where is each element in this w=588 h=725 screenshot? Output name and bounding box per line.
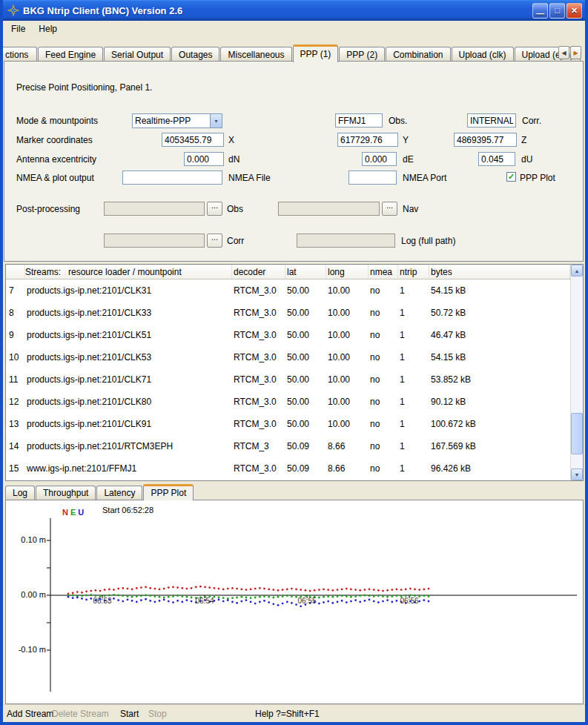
plot-start-time: Start 06:52:28 xyxy=(102,506,153,514)
nmea-output-label: NMEA & plot output xyxy=(16,173,94,183)
stop-button[interactable]: Stop xyxy=(148,709,167,719)
row-lat: 50.09 xyxy=(285,441,326,451)
menu-item[interactable]: File xyxy=(4,21,32,36)
add-stream-button[interactable]: Add Stream xyxy=(7,709,53,719)
tab[interactable]: Upload (clk) xyxy=(452,47,514,62)
row-long: 10.00 xyxy=(326,285,369,296)
titlebar: BKG Ntrip Client (BNC) Version 2.6 — □ ✕ xyxy=(3,0,585,21)
row-bytes: 167.569 kB xyxy=(429,441,570,451)
nmea-file-field[interactable] xyxy=(122,171,222,185)
scroll-down-button[interactable]: ▼ xyxy=(571,469,583,480)
row-bytes: 46.47 kB xyxy=(429,330,570,340)
dn-field[interactable] xyxy=(184,152,224,166)
table-scrollbar[interactable]: ▲ ▼ xyxy=(570,265,583,480)
minimize-button[interactable]: — xyxy=(532,3,548,19)
browse-nav-button[interactable]: ... xyxy=(382,202,397,216)
table-header: Streams: resource loader / mountpoint de… xyxy=(6,265,570,279)
marker-y-label: Y xyxy=(403,135,409,145)
tab[interactable]: Combination xyxy=(386,47,450,62)
statusbar: Add Stream Delete Stream Start Stop Help… xyxy=(3,704,585,722)
col-decoder: decoder xyxy=(232,265,285,279)
de-label: dE xyxy=(403,154,414,165)
col-streams: Streams: resource loader / mountpoint xyxy=(25,265,232,279)
ppp-plot-svg xyxy=(6,500,583,704)
postproc-log-label: Log (full path) xyxy=(401,236,455,246)
row-decoder: RTCM_3.0 xyxy=(232,308,285,318)
chevron-down-icon[interactable]: ▼ xyxy=(210,114,222,128)
mode-combobox-value: Realtime-PPP xyxy=(133,116,210,126)
browse-obs-button[interactable]: ... xyxy=(207,202,222,216)
col-nmea: nmea xyxy=(369,265,398,279)
tab[interactable]: PPP (1) xyxy=(293,44,339,62)
ppp-plot-checkbox[interactable]: ✓ xyxy=(506,172,516,182)
up-arrow-icon: ▲ xyxy=(575,268,580,274)
table-row[interactable]: 7 products.igs-ip.net:2101/CLK31 RTCM_3.… xyxy=(6,279,570,302)
bottom-tab[interactable]: Log xyxy=(5,486,35,500)
mode-combobox[interactable]: Realtime-PPP ▼ xyxy=(132,113,222,128)
tab[interactable]: ctions xyxy=(3,47,37,62)
help-shortcut-label: Help ?=Shift+F1 xyxy=(255,709,320,719)
ppp-panel: Precise Point Positioning, Panel 1. Mode… xyxy=(4,61,584,262)
tab[interactable]: Outages xyxy=(171,47,219,62)
start-button[interactable]: Start xyxy=(120,709,139,719)
tab-scroll-left-button[interactable]: ◀ xyxy=(558,46,569,59)
delete-stream-button[interactable]: Delete Stream xyxy=(52,709,109,719)
row-decoder: RTCM_3.0 xyxy=(232,330,285,340)
maximize-button[interactable]: □ xyxy=(549,3,565,19)
right-arrow-icon: ▶ xyxy=(573,50,578,56)
tab-scroll-right-button[interactable]: ▶ xyxy=(570,46,581,59)
marker-coordinates-label: Marker coordinates xyxy=(16,135,93,145)
tabbar: ctionsFeed EngineSerial OutputOutagesMis… xyxy=(3,44,585,62)
checkmark-icon: ✓ xyxy=(508,173,515,181)
row-ntrip: 1 xyxy=(398,308,429,318)
window-controls: — □ ✕ xyxy=(532,3,582,19)
table-row[interactable]: 12 products.igs-ip.net:2101/CLK80 RTCM_3… xyxy=(6,391,570,413)
ppp-plot-panel: NEU Start 06:52:28 0.10 m0.00 m-0.10 m 0… xyxy=(5,500,584,704)
close-button[interactable]: ✕ xyxy=(566,3,582,19)
table-row[interactable]: 11 products.igs-ip.net:2101/CLK71 RTCM_3… xyxy=(6,368,570,391)
scroll-up-button[interactable]: ▲ xyxy=(571,265,583,277)
marker-y-field[interactable] xyxy=(337,133,398,147)
dn-label: dN xyxy=(228,154,240,165)
table-row[interactable]: 14 products.igs-ip.net:2101/RTCM3EPH RTC… xyxy=(6,435,570,457)
table-row[interactable]: 13 products.igs-ip.net:2101/CLK91 RTCM_3… xyxy=(6,413,570,435)
row-lat: 50.00 xyxy=(285,330,326,340)
tab[interactable]: Serial Output xyxy=(104,47,171,62)
obs-mountpoint-field[interactable] xyxy=(335,113,383,128)
obs-label: Obs. xyxy=(389,116,407,126)
antenna-excentricity-label: Antenna excentricity xyxy=(16,154,96,165)
row-number: 9 xyxy=(6,330,25,340)
row-ntrip: 1 xyxy=(398,419,429,429)
row-bytes: 50.72 kB xyxy=(429,308,570,318)
table-row[interactable]: 9 products.igs-ip.net:2101/CLK51 RTCM_3.… xyxy=(6,324,570,346)
postproc-obs-label: Obs xyxy=(227,204,243,214)
col-ntrip: ntrip xyxy=(398,265,429,279)
bottom-tab[interactable]: Latency xyxy=(96,486,142,500)
postproc-corr-label: Corr xyxy=(227,236,244,246)
table-row[interactable]: 8 products.igs-ip.net:2101/CLK33 RTCM_3.… xyxy=(6,302,570,324)
streams-table: Streams: resource loader / mountpoint de… xyxy=(5,264,584,481)
menu-item[interactable]: Help xyxy=(32,21,64,36)
bottom-tab[interactable]: PPP Plot xyxy=(143,484,194,500)
tab[interactable]: Miscellaneous xyxy=(220,47,291,62)
table-row[interactable]: 15 www.igs-ip.net:2101/FFMJ1 RTCM_3.0 50… xyxy=(6,457,570,480)
tab[interactable]: PPP (2) xyxy=(339,47,385,62)
legend-item: N xyxy=(62,508,68,517)
row-lat: 50.00 xyxy=(285,397,326,407)
corr-mountpoint-field[interactable] xyxy=(467,113,516,128)
row-lat: 50.00 xyxy=(285,285,326,296)
bottom-tab[interactable]: Throughput xyxy=(36,486,96,500)
nmea-port-field[interactable] xyxy=(348,171,397,185)
row-mountpoint: www.igs-ip.net:2101/FFMJ1 xyxy=(25,463,232,474)
marker-z-field[interactable] xyxy=(454,133,517,147)
table-row[interactable]: 10 products.igs-ip.net:2101/CLK53 RTCM_3… xyxy=(6,346,570,368)
mode-mountpoints-label: Mode & mountpoints xyxy=(16,116,98,126)
browse-corr-button[interactable]: ... xyxy=(207,234,222,248)
tab[interactable]: Feed Engine xyxy=(38,47,103,62)
de-field[interactable] xyxy=(362,152,397,166)
marker-x-field[interactable] xyxy=(162,133,224,147)
du-field[interactable] xyxy=(478,152,515,166)
row-number: 12 xyxy=(6,397,25,407)
scrollbar-thumb[interactable] xyxy=(571,413,583,454)
row-bytes: 96.426 kB xyxy=(429,463,570,474)
